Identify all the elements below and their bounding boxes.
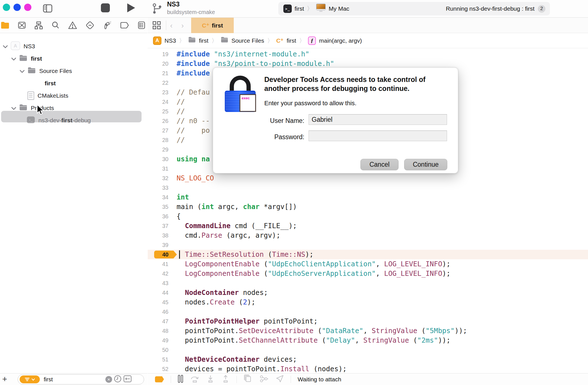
add-button[interactable]: + xyxy=(2,374,7,384)
line-number[interactable]: 22 xyxy=(148,78,168,88)
code-token: ( xyxy=(417,327,426,335)
traffic-close-button[interactable] xyxy=(3,4,10,11)
code-token xyxy=(177,250,185,258)
scheme-selector[interactable]: >_ first 〉 My Mac xyxy=(283,2,349,15)
username-field[interactable] xyxy=(309,114,447,125)
line-number[interactable]: 35 xyxy=(148,202,168,212)
disclosure-chevron-icon[interactable] xyxy=(11,105,16,111)
line-number[interactable]: 27 xyxy=(148,126,168,135)
sidebar-item-ns3-project[interactable]: A NS3 xyxy=(3,40,35,52)
line-number[interactable]: 34 xyxy=(148,192,168,202)
line-number[interactable]: 20 xyxy=(148,59,168,68)
line-number[interactable]: 31 xyxy=(148,164,168,173)
line-number[interactable]: 47 xyxy=(148,317,168,326)
line-number[interactable]: 36 xyxy=(148,212,168,221)
symbol-navigator-icon[interactable] xyxy=(34,21,43,29)
clear-filter-icon[interactable]: ✕ xyxy=(105,376,112,383)
line-number[interactable]: 29 xyxy=(148,145,168,154)
line-number[interactable]: 38 xyxy=(148,231,168,240)
traffic-minimize-button[interactable] xyxy=(13,4,21,11)
sidebar-item-products[interactable]: Products xyxy=(11,102,54,114)
line-number[interactable]: 30 xyxy=(148,154,168,164)
test-navigator-icon[interactable] xyxy=(85,21,95,29)
line-number[interactable]: 19 xyxy=(148,49,168,59)
line-number[interactable]: 44 xyxy=(148,288,168,297)
line-number[interactable]: 45 xyxy=(148,297,168,307)
filter-scope-pill[interactable] xyxy=(20,375,40,383)
filter-field[interactable]: ✕ xyxy=(18,374,144,384)
folder-icon xyxy=(221,36,228,45)
source-control-branch-icon xyxy=(152,2,163,16)
line-number[interactable]: 33 xyxy=(148,183,168,192)
source-control-status-filter-icon[interactable] xyxy=(123,375,132,384)
stop-button[interactable] xyxy=(100,3,110,14)
mouse-cursor xyxy=(36,104,46,117)
continue-button[interactable]: Continue xyxy=(404,159,447,170)
simulate-location-button[interactable] xyxy=(276,375,284,384)
code-token: "ns3/internet-module.h" xyxy=(214,50,309,58)
line-number[interactable]: 23 xyxy=(148,88,168,97)
changes-navigator-icon[interactable] xyxy=(17,21,26,29)
line-number[interactable]: 26 xyxy=(148,116,168,126)
toolbar-project-name: NS3 xyxy=(167,1,180,8)
line-number[interactable]: 39 xyxy=(148,240,168,250)
breakpoint-badge[interactable]: 40 xyxy=(154,251,177,258)
line-number[interactable]: 32 xyxy=(148,173,168,183)
tab-first[interactable]: C⁺ first xyxy=(191,18,234,33)
disclosure-chevron-icon[interactable] xyxy=(3,43,8,50)
line-number[interactable]: 28 xyxy=(148,135,168,145)
line-number[interactable]: 51 xyxy=(148,355,168,364)
line-number[interactable]: 24 xyxy=(148,97,168,107)
navigate-back-icon[interactable]: ‹ xyxy=(170,21,173,30)
line-number[interactable]: 50 xyxy=(148,345,168,355)
recent-files-clock-icon[interactable] xyxy=(114,375,122,384)
line-number[interactable]: 48 xyxy=(148,326,168,336)
disclosure-chevron-icon[interactable] xyxy=(20,68,25,74)
line-number[interactable]: 21 xyxy=(148,68,168,78)
line-number[interactable]: 41 xyxy=(148,259,168,269)
sidebar-item-first-group[interactable]: first xyxy=(11,52,42,65)
disclosure-chevron-icon[interactable] xyxy=(11,55,16,62)
run-button[interactable] xyxy=(125,2,136,15)
line-number[interactable]: 25 xyxy=(148,107,168,116)
line-number[interactable]: 43 xyxy=(148,278,168,288)
cancel-button[interactable]: Cancel xyxy=(360,159,399,170)
code-token: PointToPointHelper xyxy=(185,317,260,325)
jumpbar-item-sourcefiles[interactable]: Source Files xyxy=(232,37,264,44)
jumpbar-item-group[interactable]: first xyxy=(199,37,209,44)
line-number[interactable]: 42 xyxy=(148,269,168,278)
password-field[interactable] xyxy=(309,130,447,141)
memory-graph-button[interactable] xyxy=(259,375,269,384)
toggle-sidebar-button[interactable] xyxy=(42,3,53,15)
jumpbar-item-function[interactable]: main(argc, argv) xyxy=(319,37,362,44)
line-number[interactable]: 37 xyxy=(148,221,168,231)
step-into-button[interactable] xyxy=(206,375,215,384)
jumpbar-item-project[interactable]: NS3 xyxy=(165,37,176,44)
step-out-button[interactable] xyxy=(221,375,230,384)
traffic-zoom-button[interactable] xyxy=(24,4,31,11)
issues-count-badge[interactable]: 2 xyxy=(538,5,545,13)
line-number[interactable]: 49 xyxy=(148,336,168,345)
breakpoints-toggle-button[interactable] xyxy=(155,376,164,382)
debug-navigator-icon[interactable] xyxy=(103,21,112,30)
project-navigator-icon[interactable] xyxy=(1,21,10,29)
step-over-button[interactable] xyxy=(190,375,200,384)
breakpoint-navigator-icon[interactable] xyxy=(120,21,129,29)
filter-input[interactable] xyxy=(44,376,105,383)
line-number[interactable]: 52 xyxy=(148,364,168,373)
sidebar-item-source-files[interactable]: Source Files xyxy=(20,65,72,77)
sidebar-item-first-file[interactable]: C+ first xyxy=(35,77,56,90)
jump-bar: A NS3 〉 first 〉 Source Files 〉 C⁺ first … xyxy=(148,33,588,48)
report-navigator-icon[interactable] xyxy=(137,21,146,29)
pause-button[interactable] xyxy=(178,375,183,384)
issue-navigator-icon[interactable] xyxy=(68,21,77,29)
code-token: "5Mbps" xyxy=(425,327,455,335)
jumpbar-item-file[interactable]: first xyxy=(287,37,296,44)
code-token: "DataRate" xyxy=(322,327,363,335)
view-debugger-button[interactable] xyxy=(244,375,253,384)
navigate-forward-icon[interactable]: › xyxy=(181,21,184,30)
find-navigator-icon[interactable] xyxy=(51,21,60,29)
sidebar-item-cmakelists[interactable]: CMakeLists xyxy=(27,90,68,102)
tab-overview-icon[interactable] xyxy=(152,21,161,31)
line-number[interactable]: 46 xyxy=(148,307,168,317)
